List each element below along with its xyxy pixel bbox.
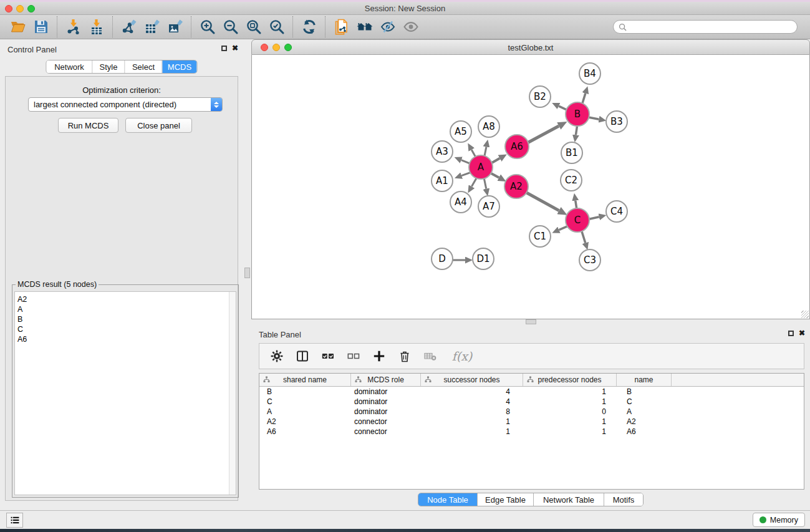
tab-network-table[interactable]: Network Table <box>534 493 604 506</box>
tab-edge-table[interactable]: Edge Table <box>478 493 534 506</box>
table-cell[interactable]: 1 <box>523 417 617 426</box>
tab-node-table[interactable]: Node Table <box>418 493 478 506</box>
graph-node-A[interactable]: A <box>468 155 493 180</box>
table-cell[interactable]: 0 <box>523 407 617 416</box>
mcds-result-item[interactable]: B <box>17 314 227 324</box>
graph-node-A8[interactable]: A8 <box>478 115 500 138</box>
table-cell[interactable]: A6 <box>617 427 672 436</box>
export-image-button[interactable] <box>163 16 186 37</box>
tab-motifs[interactable]: Motifs <box>604 493 643 506</box>
first-neighbors-button[interactable] <box>353 16 376 37</box>
float-panel-icon[interactable] <box>221 46 227 51</box>
graph-node-D1[interactable]: D1 <box>472 248 494 270</box>
memory-button[interactable]: Memory <box>753 513 805 527</box>
table-cell[interactable]: B <box>617 387 672 396</box>
table-cell[interactable]: 1 <box>421 417 523 426</box>
graph-node-C4[interactable]: C4 <box>605 200 628 223</box>
show-all-button[interactable] <box>399 16 422 37</box>
search-field[interactable] <box>613 20 798 34</box>
table-cell[interactable]: 1 <box>523 397 617 406</box>
graph-node-A1[interactable]: A1 <box>431 170 453 192</box>
close-panel-icon[interactable]: ✖ <box>232 45 238 52</box>
refresh-button[interactable] <box>297 16 321 37</box>
graph-node-A7[interactable]: A7 <box>478 195 500 218</box>
graph-node-A3[interactable]: A3 <box>431 140 453 163</box>
mcds-result-item[interactable]: A6 <box>17 334 227 344</box>
table-cell[interactable]: 1 <box>523 387 617 396</box>
graph-node-B2[interactable]: B2 <box>529 85 551 108</box>
table-cell[interactable]: dominator <box>351 387 421 396</box>
table-cell[interactable]: 8 <box>421 407 523 416</box>
table-cell[interactable]: dominator <box>351 397 421 406</box>
table-cell[interactable]: dominator <box>351 407 421 416</box>
table-cell[interactable]: 4 <box>421 397 523 406</box>
table-settings-button[interactable] <box>269 349 284 364</box>
graph-node-C1[interactable]: C1 <box>529 225 551 248</box>
graph-node-A6[interactable]: A6 <box>504 134 529 159</box>
table-cell[interactable]: B <box>259 387 351 396</box>
delete-column-button[interactable] <box>423 349 438 364</box>
run-mcds-button[interactable]: Run MCDS <box>58 118 118 133</box>
task-history-button[interactable] <box>6 513 23 528</box>
network-canvas[interactable]: B4B2BB3A8A5A6A3B1AC2A1A2A4A7C4CC1DD1C3 <box>251 55 810 319</box>
criterion-select[interactable]: largest connected component (directed) <box>28 97 223 112</box>
table-cell[interactable]: A <box>259 407 351 416</box>
tab-select[interactable]: Select <box>125 60 163 73</box>
close-table-panel-icon[interactable]: ✖ <box>799 330 805 337</box>
select-all-button[interactable] <box>321 349 335 364</box>
vertical-split-grip[interactable] <box>244 268 250 278</box>
table-row[interactable]: A6connector11A6 <box>259 427 804 437</box>
table-cell[interactable]: A <box>617 407 672 416</box>
table-cell[interactable]: 4 <box>421 387 523 396</box>
open-file-button[interactable] <box>6 16 29 37</box>
import-table-button[interactable] <box>85 16 108 37</box>
table-cell[interactable]: connector <box>351 417 421 426</box>
new-network-from-file-button[interactable] <box>330 16 353 37</box>
tab-network[interactable]: Network <box>47 60 93 73</box>
table-cell[interactable]: 1 <box>523 427 617 436</box>
search-input[interactable] <box>630 22 792 31</box>
zoom-selected-button[interactable] <box>265 16 288 37</box>
function-builder-button[interactable]: f(x) <box>448 349 476 364</box>
graph-node-B3[interactable]: B3 <box>605 110 628 133</box>
mcds-result-item[interactable]: A2 <box>17 294 227 304</box>
float-table-panel-icon[interactable] <box>788 331 794 336</box>
show-columns-button[interactable] <box>295 349 310 364</box>
table-cell[interactable]: C <box>259 397 351 406</box>
save-session-button[interactable] <box>29 16 52 37</box>
close-panel-button[interactable]: Close panel <box>125 118 192 133</box>
graph-node-A2[interactable]: A2 <box>504 174 529 199</box>
graph-node-C[interactable]: C <box>565 208 590 233</box>
graph-node-C3[interactable]: C3 <box>579 249 601 271</box>
import-network-button[interactable] <box>62 16 85 37</box>
tab-style[interactable]: Style <box>93 60 125 73</box>
window-resize-grip[interactable] <box>801 311 809 318</box>
graph-node-B4[interactable]: B4 <box>579 62 601 85</box>
graph-node-A4[interactable]: A4 <box>450 191 472 213</box>
mcds-result-list[interactable]: A2ABCA6 <box>14 291 236 495</box>
graph-node-D[interactable]: D <box>431 248 453 270</box>
zoom-fit-button[interactable] <box>242 16 265 37</box>
graph-node-B1[interactable]: B1 <box>561 142 583 164</box>
table-row[interactable]: Cdominator41C <box>259 397 804 407</box>
add-row-button[interactable] <box>372 349 387 364</box>
table-cell[interactable]: A2 <box>617 417 672 426</box>
graph-node-C2[interactable]: C2 <box>560 169 582 191</box>
table-cell[interactable]: A2 <box>259 417 351 426</box>
result-scrollbar[interactable] <box>229 292 236 495</box>
delete-row-button[interactable] <box>397 349 412 364</box>
mcds-result-item[interactable]: C <box>17 324 227 334</box>
graph-node-B[interactable]: B <box>565 102 590 127</box>
deselect-all-button[interactable] <box>346 349 361 364</box>
column-header-successor-nodes[interactable]: successor nodes <box>421 374 523 386</box>
table-row[interactable]: Bdominator41B <box>259 387 804 397</box>
zoom-out-button[interactable] <box>219 16 242 37</box>
table-row[interactable]: A2connector11A2 <box>259 417 804 427</box>
export-table-button[interactable] <box>140 16 163 37</box>
tab-mcds[interactable]: MCDS <box>163 60 197 73</box>
zoom-in-button[interactable] <box>196 16 219 37</box>
table-cell[interactable]: A6 <box>259 427 351 436</box>
column-header-shared-name[interactable]: shared name <box>259 374 351 386</box>
table-cell[interactable]: 1 <box>421 427 523 436</box>
hide-selected-button[interactable] <box>376 16 399 37</box>
